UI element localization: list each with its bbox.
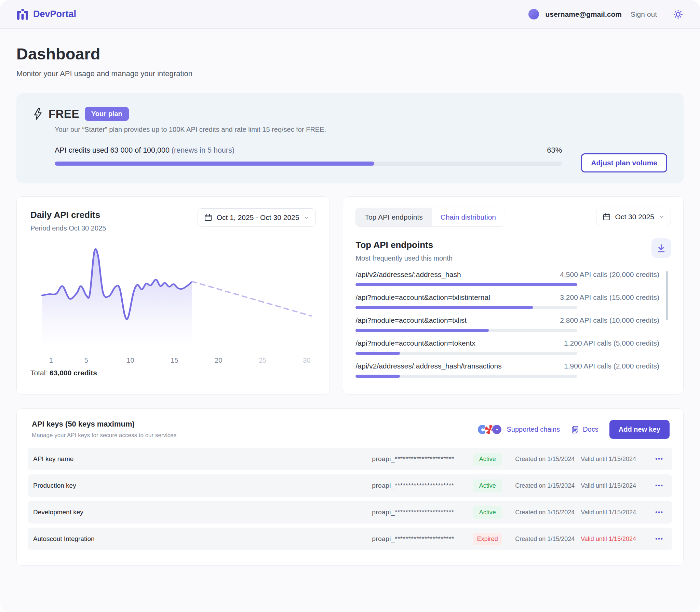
- docs-link[interactable]: Docs: [571, 425, 598, 434]
- user-email: username@gmail.com: [545, 10, 622, 18]
- endpoint-bar-track: [355, 329, 577, 332]
- plan-header: FREE Your plan: [33, 107, 667, 121]
- endpoint-bar-track: [355, 283, 577, 286]
- chart-x-axis: 151015202530: [30, 352, 316, 367]
- chain-icons: ◆ Ξ: [477, 424, 502, 435]
- endpoints-card: Top API endpoints Chain distribution Oct…: [343, 196, 684, 395]
- endpoint-path: /api?module=account&action=tokentx: [355, 339, 475, 347]
- key-valid-until: Valid until 1/15/2024: [581, 536, 655, 543]
- key-name: Production key: [33, 482, 372, 489]
- chart-subtitle: Period ends Oct 30 2025: [30, 224, 106, 232]
- endpoints-list: /api/v2/addresses/:address_hash4,500 API…: [355, 270, 671, 378]
- row-menu-button[interactable]: •••: [655, 509, 663, 516]
- tab-chain-distribution[interactable]: Chain distribution: [432, 208, 505, 226]
- endpoint-path: /api/v2/addresses/:address_hash/transact…: [355, 362, 501, 370]
- plan-badge: Your plan: [85, 107, 129, 121]
- key-created: Created on 1/15/2024: [515, 536, 581, 543]
- daily-credits-card: Daily API credits Period ends Oct 30 202…: [16, 196, 330, 395]
- table-row: Development key proapi_*****************…: [28, 501, 672, 524]
- chevron-down-icon: [659, 214, 664, 220]
- endpoint-bar-fill: [355, 283, 577, 286]
- endpoint-bar-fill: [355, 329, 488, 332]
- x-tick-label: 15: [171, 357, 178, 364]
- status-badge: Active: [473, 453, 502, 465]
- add-new-key-button[interactable]: Add new key: [609, 420, 670, 439]
- brand-name: DevPortal: [33, 9, 76, 19]
- status-badge: Active: [473, 506, 502, 519]
- date-range-value: Oct 1, 2025 - Oct 30 2025: [217, 213, 299, 222]
- gnosis-chain-icon: Ξ: [492, 424, 502, 435]
- main-content: Dashboard Monitor your API usage and man…: [0, 29, 700, 566]
- endpoint-bar-track: [355, 375, 577, 378]
- status-badge: Active: [473, 479, 502, 492]
- key-valid-until: Valid until 1/15/2024: [581, 482, 655, 489]
- row-menu-button[interactable]: •••: [655, 482, 663, 489]
- adjust-plan-button[interactable]: Adjust plan volume: [581, 153, 667, 172]
- plan-name: FREE: [49, 108, 79, 121]
- key-name: Autoscout Integration: [33, 535, 372, 543]
- endpoint-stat: 4,500 API calls (20,000 credits): [560, 270, 659, 279]
- theme-toggle-button[interactable]: [673, 9, 684, 20]
- chart-canvas: [30, 241, 316, 350]
- endpoint-bar-track: [355, 352, 577, 355]
- x-tick-label: 25: [259, 357, 266, 364]
- tab-top-api-endpoints[interactable]: Top API endpoints: [356, 208, 431, 226]
- sun-icon: [673, 9, 684, 20]
- download-icon: [657, 244, 666, 253]
- endpoint-path: /api?module=account&action=txlistinterna…: [355, 293, 490, 302]
- endpoint-row: /api?module=account&action=txlistinterna…: [355, 293, 659, 309]
- download-button[interactable]: [651, 238, 671, 258]
- devportal-logo-icon: [16, 8, 29, 20]
- chart-area-fill: [42, 249, 192, 346]
- endpoint-bar-fill: [355, 352, 400, 355]
- chart-total-value: 63,000 credits: [50, 369, 97, 377]
- usage-percent: 63%: [547, 146, 562, 155]
- endpoint-bar-fill: [355, 375, 400, 378]
- endpoint-stat: 1,900 API calls (2,000 credits): [564, 362, 659, 370]
- endpoint-stat: 1,200 API calls (5,000 credits): [564, 339, 659, 347]
- date-range-picker[interactable]: Oct 1, 2025 - Oct 30 2025: [198, 208, 316, 227]
- endpoint-path: /api/v2/addresses/:address_hash: [355, 270, 461, 279]
- key-masked-value: proapi_**********************: [372, 509, 473, 516]
- list-scrollbar[interactable]: [666, 271, 668, 320]
- api-keys-card: API keys (50 keys maximum) Manage your A…: [16, 408, 684, 566]
- row-menu-button[interactable]: •••: [655, 456, 663, 462]
- endpoints-tab-group: Top API endpoints Chain distribution: [355, 208, 505, 227]
- endpoint-row: /api?module=account&action=tokentx1,200 …: [355, 339, 659, 355]
- page-title: Dashboard: [16, 44, 684, 63]
- supported-chains-link[interactable]: ◆ Ξ Supported chains: [477, 424, 560, 435]
- key-created: Created on 1/15/2024: [515, 456, 581, 463]
- plan-card: FREE Your plan Your our “Starter” plan p…: [16, 93, 684, 183]
- usage-progress-track: [55, 162, 562, 166]
- endpoint-row: /api/v2/addresses/:address_hash/transact…: [355, 362, 659, 378]
- endpoint-row: /api?module=account&action=txlist2,800 A…: [355, 316, 659, 332]
- key-masked-value: proapi_**********************: [372, 455, 473, 463]
- sign-out-link[interactable]: Sign out: [631, 10, 657, 18]
- endpoint-path: /api?module=account&action=txlist: [355, 316, 467, 324]
- date-picker[interactable]: Oct 30 2025: [596, 208, 671, 226]
- header-right: username@gmail.com Sign out: [528, 9, 684, 20]
- avatar[interactable]: [528, 9, 539, 19]
- calendar-icon: [603, 213, 611, 221]
- endpoint-bar-track: [355, 306, 577, 309]
- table-row: Production key proapi_******************…: [28, 474, 672, 497]
- x-tick-label: 5: [84, 357, 88, 364]
- endpoint-bar-fill: [355, 306, 533, 309]
- api-keys-title: API keys (50 keys maximum): [32, 420, 176, 429]
- chevron-down-icon: [304, 215, 309, 221]
- usage-label: API credits used 63 000 of 100,000 (rene…: [55, 146, 234, 155]
- calendar-icon: [204, 213, 212, 222]
- brand[interactable]: DevPortal: [16, 8, 76, 20]
- key-masked-value: proapi_**********************: [372, 482, 473, 489]
- key-valid-until: Valid until 1/15/2024: [581, 456, 655, 463]
- chart-title: Daily API credits: [30, 210, 106, 220]
- endpoints-subtitle: Most frequently used this month: [355, 254, 452, 262]
- endpoints-title: Top API endpoints: [355, 240, 452, 250]
- renew-note: (renews in 5 hours): [172, 146, 234, 154]
- chart-total: Total: 63,000 credits: [30, 369, 316, 377]
- x-tick-label: 10: [126, 357, 134, 364]
- table-row: Autoscout Integration proapi_***********…: [28, 528, 672, 550]
- endpoint-row: /api/v2/addresses/:address_hash4,500 API…: [355, 270, 659, 286]
- row-menu-button[interactable]: •••: [655, 536, 663, 542]
- key-created: Created on 1/15/2024: [515, 509, 581, 516]
